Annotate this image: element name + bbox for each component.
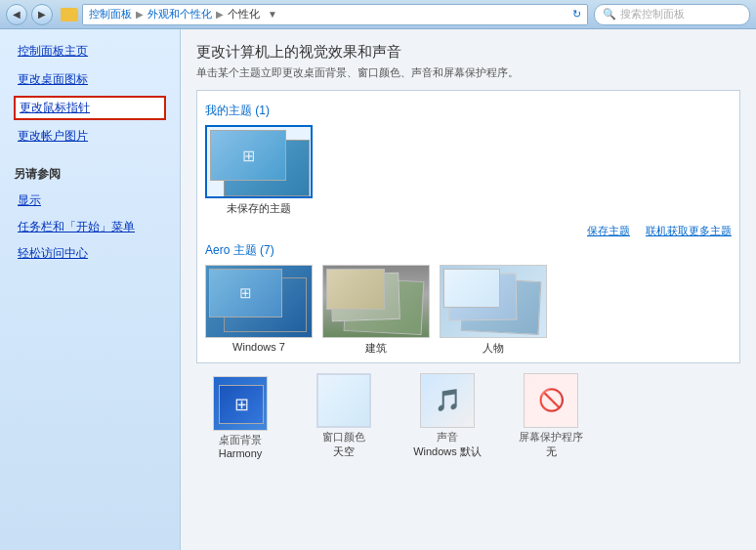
theme-panel[interactable]: 我的主题 (1) ⊞ 未保存的主题 保存主题 联机获取更多主题 (196, 90, 740, 363)
breadcrumb-sep-1: ▶ (136, 9, 144, 20)
theme-item-architecture[interactable]: 建筑 (322, 265, 430, 356)
theme-item-nature[interactable]: 人物 (440, 265, 547, 356)
sidebar-section-title: 另请参阅 (14, 166, 166, 183)
windows-logo-thumb: ⊞ (242, 147, 255, 165)
window-color-item[interactable]: 窗口颜色 天空 (300, 373, 388, 459)
dropdown-arrow-icon[interactable]: ▼ (268, 9, 277, 20)
sidebar-link-taskbar[interactable]: 任务栏和「开始」菜单 (14, 217, 166, 237)
forward-button[interactable]: ▶ (31, 4, 53, 25)
desktop-bg-preview: ⊞ (219, 385, 264, 424)
thumb-front-window: ⊞ (210, 130, 286, 181)
breadcrumb: 控制面板 ▶ 外观和个性化 ▶ 个性化 ▼ ↻ (82, 4, 588, 25)
sidebar-link-desktop-icons[interactable]: 更改桌面图标 (14, 69, 166, 90)
main-content: 控制面板主页 更改桌面图标 更改鼠标指针 更改帐户图片 另请参阅 显示 任务栏和… (0, 29, 756, 550)
theme-thumbnail-win7: ⊞ (205, 265, 313, 338)
sound-value: Windows 默认 (413, 444, 482, 459)
screensaver-no-icon: 🚫 (538, 388, 565, 413)
screensaver-icon: 🚫 (524, 373, 578, 428)
breadcrumb-personalize: 个性化 (228, 7, 260, 21)
nature-front (443, 269, 500, 308)
theme-thumbnail-architecture (322, 265, 430, 338)
refresh-button[interactable]: ↻ (572, 8, 581, 21)
screensaver-item[interactable]: 🚫 屏幕保护程序 无 (507, 373, 595, 459)
desktop-bg-value: Harmony (219, 447, 263, 459)
sidebar: 控制面板主页 更改桌面图标 更改鼠标指针 更改帐户图片 另请参阅 显示 任务栏和… (0, 29, 181, 550)
sound-item[interactable]: 🎵 声音 Windows 默认 (403, 373, 491, 459)
theme-actions: 保存主题 联机获取更多主题 (205, 224, 732, 238)
sound-label: 声音 (437, 430, 458, 444)
desktop-bg-label: 桌面背景 (219, 433, 262, 447)
save-theme-link[interactable]: 保存主题 (587, 224, 630, 238)
architecture-theme-name: 建筑 (365, 341, 387, 356)
sidebar-link-ease-access[interactable]: 轻松访问中心 (14, 243, 166, 264)
breadcrumb-appearance[interactable]: 外观和个性化 (147, 7, 212, 21)
theme-thumbnail-nature (440, 265, 547, 338)
theme-item-unsaved[interactable]: ⊞ 未保存的主题 (205, 125, 313, 216)
window-color-value: 天空 (333, 444, 355, 459)
arch-front (326, 269, 385, 310)
theme-item-win7[interactable]: ⊞ Windows 7 (205, 265, 313, 356)
folder-icon (61, 8, 78, 21)
back-button[interactable]: ◀ (6, 4, 27, 25)
breadcrumb-controlpanel[interactable]: 控制面板 (89, 7, 132, 21)
nav-controls: ◀ ▶ (6, 4, 82, 25)
content-area: 更改计算机上的视觉效果和声音 单击某个主题立即更改桌面背景、窗口颜色、声音和屏幕… (181, 29, 756, 550)
get-more-themes-link[interactable]: 联机获取更多主题 (646, 224, 732, 238)
page-subtitle: 单击某个主题立即更改桌面背景、窗口颜色、声音和屏幕保护程序。 (196, 65, 740, 80)
desktop-bg-icon: ⊞ (213, 376, 268, 431)
win7-logo: ⊞ (239, 284, 252, 302)
window-color-icon (316, 373, 371, 428)
screensaver-value: 无 (546, 444, 557, 459)
desktop-bg-item[interactable]: ⊞ 桌面背景 Harmony (196, 376, 284, 459)
bottom-icons-row: ⊞ 桌面背景 Harmony 窗口颜色 天空 🎵 声音 Wi (196, 373, 740, 459)
aero-themes-grid: ⊞ Windows 7 建筑 (205, 265, 732, 356)
unsaved-theme-name: 未保存的主题 (227, 201, 291, 216)
page-title: 更改计算机上的视觉效果和声音 (196, 43, 740, 62)
sound-icon: 🎵 (420, 373, 475, 428)
sidebar-link-mouse-pointer[interactable]: 更改鼠标指针 (14, 96, 166, 120)
search-bar[interactable]: 🔍 搜索控制面板 (594, 4, 750, 25)
aero-themes-label: Aero 主题 (7) (205, 242, 732, 259)
theme-thumbnail-unsaved: ⊞ (205, 125, 313, 198)
win7-theme-name: Windows 7 (232, 341, 285, 353)
my-themes-grid: ⊞ 未保存的主题 (205, 125, 732, 216)
title-bar: ◀ ▶ 控制面板 ▶ 外观和个性化 ▶ 个性化 ▼ ↻ 🔍 搜索控制面板 (0, 0, 756, 29)
search-icon: 🔍 (603, 8, 616, 21)
sound-music-icon: 🎵 (435, 388, 461, 413)
search-placeholder: 搜索控制面板 (620, 7, 685, 21)
sidebar-link-account-picture[interactable]: 更改帐户图片 (14, 126, 166, 147)
win7-front: ⊞ (209, 269, 282, 317)
window-color-label: 窗口颜色 (322, 430, 365, 444)
nature-theme-name: 人物 (483, 341, 504, 356)
breadcrumb-sep-2: ▶ (216, 9, 224, 20)
screensaver-label: 屏幕保护程序 (519, 430, 583, 444)
desktop-logo-icon: ⊞ (234, 394, 249, 415)
my-themes-label: 我的主题 (1) (205, 103, 732, 119)
sidebar-link-home[interactable]: 控制面板主页 (14, 41, 166, 62)
sidebar-link-display[interactable]: 显示 (14, 190, 166, 211)
